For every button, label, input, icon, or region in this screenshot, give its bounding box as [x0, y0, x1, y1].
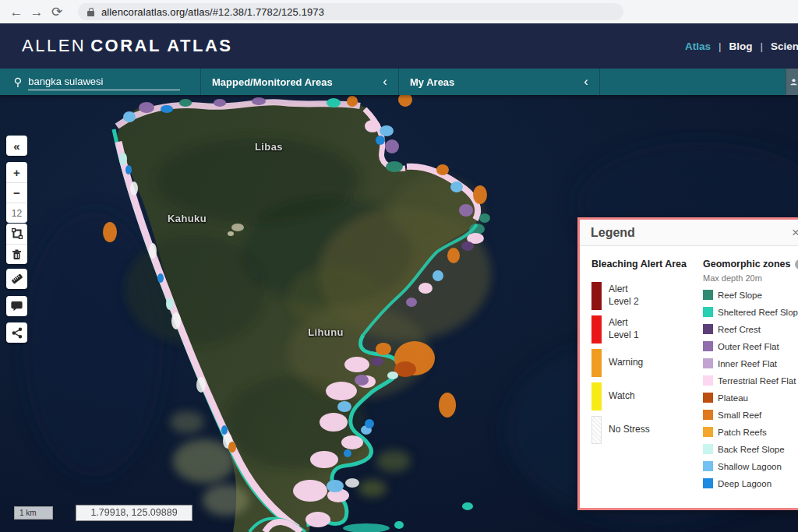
legend-item[interactable]: Small Reef	[703, 410, 798, 420]
color-swatch	[591, 416, 602, 444]
search-segment: ⚲	[0, 69, 201, 95]
measure-button[interactable]	[6, 269, 27, 289]
color-swatch	[703, 427, 713, 437]
color-swatch	[703, 410, 713, 420]
nav-atlas[interactable]: Atlas	[685, 41, 711, 52]
chevron-left-icon[interactable]: ‹	[584, 74, 588, 90]
info-icon[interactable]: i	[795, 259, 798, 270]
legend-item-label: Shallow Lagoon	[718, 462, 782, 471]
ruler-icon	[11, 273, 23, 285]
zoom-level-indicator: 12	[6, 203, 27, 223]
share-icon	[12, 327, 23, 339]
site-logo[interactable]: ALLENCORAL ATLAS	[22, 36, 233, 56]
logo-bold: CORAL ATLAS	[90, 36, 232, 55]
legend-header: Legend ×	[580, 220, 798, 246]
map-scale: 1 km	[14, 506, 53, 520]
toolbar-spacer	[600, 69, 798, 95]
legend-item-label: Small Reef	[718, 410, 761, 420]
legend-item-label: Deep Lagoon	[718, 479, 772, 488]
color-swatch	[703, 393, 713, 403]
legend-item[interactable]: Sheltered Reef Slope	[703, 307, 798, 317]
legend-item[interactable]: Inner Reef Flat	[703, 358, 798, 368]
legend-item[interactable]: Alert Level 2	[591, 282, 701, 310]
legend-item[interactable]: Outer Reef Flat	[703, 341, 798, 351]
legend-item-label: Terrestrial Reef Flat	[718, 376, 796, 386]
color-swatch	[703, 307, 713, 317]
color-swatch	[703, 375, 713, 386]
legend-item[interactable]: Back Reef Slope	[703, 444, 798, 454]
panel-my-areas[interactable]: My Areas ‹	[399, 69, 600, 95]
color-swatch	[591, 349, 602, 377]
legend-item[interactable]: Watch	[591, 382, 701, 410]
browser-toolbar: ← → ⟳ allencoralatlas.org/atlas/#12.38/1…	[0, 0, 798, 23]
legend-item-label: Plateau	[718, 393, 748, 403]
legend-item-label: Back Reef Slope	[718, 445, 785, 454]
legend-item[interactable]: No Stress	[591, 416, 701, 444]
user-icon	[789, 76, 798, 88]
legend-item-label: Patch Reefs	[718, 428, 767, 437]
browser-reload-icon[interactable]: ⟳	[47, 5, 67, 19]
geomorphic-items: Reef SlopeSheltered Reef SlopeReef Crest…	[703, 290, 798, 488]
trash-icon	[12, 249, 22, 260]
legend-item-label: Alert Level 2	[609, 284, 639, 308]
legend-item[interactable]: Deep Lagoon	[703, 478, 798, 488]
legend-item[interactable]: Warning	[591, 349, 701, 377]
geomorphic-heading: Geomorphic zones	[703, 259, 791, 270]
polygon-draw-icon	[12, 228, 23, 239]
screen: ← → ⟳ allencoralatlas.org/atlas/#12.38/1…	[0, 0, 798, 532]
share-button[interactable]	[6, 322, 27, 343]
search-input[interactable]	[28, 74, 180, 90]
color-swatch	[703, 478, 713, 488]
draw-polygon-button[interactable]	[6, 224, 27, 244]
legend-item-label: Alert Level 1	[609, 317, 639, 341]
geomorphic-column: Geomorphic zones i Max depth 20m Reef Sl…	[703, 259, 798, 488]
logo-light: ALLEN	[22, 36, 86, 55]
legend-item[interactable]: Plateau	[703, 393, 798, 403]
close-icon[interactable]: ×	[792, 226, 798, 239]
color-swatch	[703, 358, 713, 368]
legend-item-label: Reef Crest	[718, 325, 761, 334]
color-swatch	[591, 282, 602, 310]
panel-label: Mapped/Monitored Areas	[212, 76, 333, 88]
map-canvas[interactable]: LibasKahukuLihunu « + − 12	[0, 95, 798, 532]
legend-body: Bleaching Alert Area Alert Level 2Alert …	[580, 246, 798, 510]
zoom-in-button[interactable]: +	[6, 162, 27, 182]
chevron-left-icon[interactable]: ‹	[383, 74, 387, 90]
coordinates-readout: 1.79918, 125.09889	[76, 505, 192, 521]
legend-item[interactable]: Reef Crest	[703, 324, 798, 334]
browser-forward-icon[interactable]: →	[26, 5, 47, 19]
app-header: ALLENCORAL ATLAS Atlas | Blog | Science	[0, 23, 798, 69]
browser-back-icon[interactable]: ←	[6, 5, 26, 19]
legend-item[interactable]: Patch Reefs	[703, 427, 798, 437]
bleaching-heading: Bleaching Alert Area	[591, 259, 701, 270]
search-icon: ⚲	[14, 76, 22, 88]
nav-science[interactable]: Science	[771, 41, 798, 52]
color-swatch	[703, 444, 713, 454]
bleaching-alert-column: Bleaching Alert Area Alert Level 2Alert …	[591, 259, 701, 444]
legend-item[interactable]: Reef Slope	[703, 290, 798, 300]
address-bar[interactable]: allencoralatlas.org/atlas/#12.38/1.7782/…	[78, 3, 623, 20]
nav-blog[interactable]: Blog	[729, 41, 752, 52]
color-swatch	[703, 324, 713, 334]
map-toolbar-bar: ⚲ Mapped/Monitored Areas ‹ My Areas ‹	[0, 69, 798, 95]
lock-icon	[87, 8, 94, 16]
panel-mapped-monitored-areas[interactable]: Mapped/Monitored Areas ‹	[201, 69, 399, 95]
url-text[interactable]: allencoralatlas.org/atlas/#12.38/1.7782/…	[101, 6, 324, 18]
nav-separator: |	[719, 41, 722, 52]
comment-bubble-icon	[11, 301, 23, 312]
legend-item[interactable]: Shallow Lagoon	[703, 461, 798, 471]
legend-item[interactable]: Terrestrial Reef Flat	[703, 375, 798, 386]
nav-separator: |	[760, 41, 763, 52]
legend-item-label: Reef Slope	[718, 291, 762, 300]
color-swatch	[703, 341, 713, 351]
collapse-sidebar-button[interactable]: «	[6, 136, 27, 156]
bleaching-items: Alert Level 2Alert Level 1WarningWatchNo…	[591, 282, 701, 444]
legend-item[interactable]: Alert Level 1	[591, 315, 701, 344]
max-depth-note: Max depth 20m	[703, 273, 798, 283]
account-button[interactable]	[786, 69, 798, 95]
top-nav: Atlas | Blog | Science	[685, 41, 798, 52]
color-swatch	[703, 290, 713, 300]
zoom-out-button[interactable]: −	[6, 182, 27, 203]
feedback-button[interactable]	[6, 296, 27, 316]
delete-shape-button[interactable]	[6, 244, 27, 264]
